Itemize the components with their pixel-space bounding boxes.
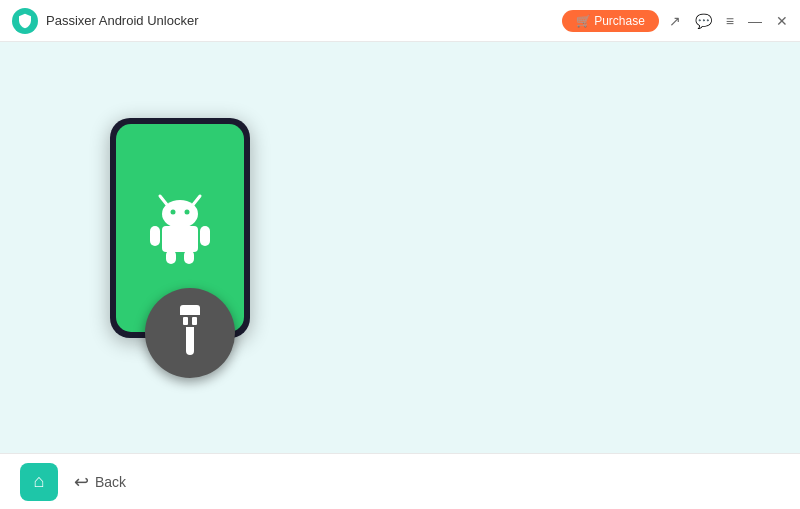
title-bar-right: 🛒 Purchase ↗ 💬 ≡ — ✕ xyxy=(562,10,788,32)
title-bar-left: Passixer Android Unlocker xyxy=(12,8,198,34)
title-bar: Passixer Android Unlocker 🛒 Purchase ↗ 💬… xyxy=(0,0,800,42)
back-arrow-icon: ↩ xyxy=(74,471,89,493)
svg-point-4 xyxy=(185,209,190,214)
usb-prong-right xyxy=(192,317,197,325)
usb-circle xyxy=(145,288,235,378)
menu-button[interactable]: ≡ xyxy=(726,14,734,28)
bottom-bar: ⌂ ↩ Back xyxy=(0,453,800,509)
minimize-button[interactable]: — xyxy=(748,14,762,28)
android-robot-icon xyxy=(140,188,220,268)
usb-top xyxy=(180,305,200,315)
svg-rect-6 xyxy=(150,226,160,246)
svg-rect-9 xyxy=(184,250,194,264)
close-button[interactable]: ✕ xyxy=(776,14,788,28)
svg-point-3 xyxy=(171,209,176,214)
svg-rect-5 xyxy=(162,226,198,252)
back-button[interactable]: ↩ Back xyxy=(74,471,126,493)
usb-prongs xyxy=(183,317,197,325)
app-icon xyxy=(12,8,38,34)
share-button[interactable]: ↗ xyxy=(669,14,681,28)
illustration xyxy=(80,108,300,388)
usb-cable-icon xyxy=(170,305,210,360)
back-label: Back xyxy=(95,474,126,490)
home-icon: ⌂ xyxy=(34,471,45,492)
home-button[interactable]: ⌂ xyxy=(20,463,58,501)
purchase-button[interactable]: 🛒 Purchase xyxy=(562,10,659,32)
usb-prong-left xyxy=(183,317,188,325)
svg-point-2 xyxy=(162,200,198,228)
usb-body xyxy=(186,327,194,355)
app-title: Passixer Android Unlocker xyxy=(46,13,198,28)
chat-button[interactable]: 💬 xyxy=(695,14,712,28)
window-controls: ↗ 💬 ≡ — ✕ xyxy=(669,14,788,28)
svg-rect-8 xyxy=(166,250,176,264)
svg-rect-7 xyxy=(200,226,210,246)
